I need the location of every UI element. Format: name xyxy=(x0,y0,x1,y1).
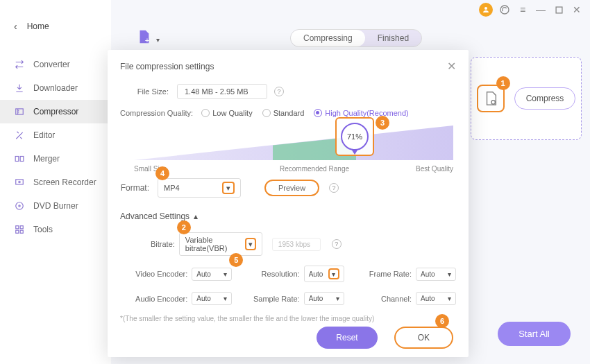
annotation-5: 5 xyxy=(229,253,243,267)
chevron-up-icon: ▴ xyxy=(194,211,198,221)
sidebar-item-label: Screen Recorder xyxy=(33,177,96,187)
sidebar-item-merger[interactable]: Merger xyxy=(0,147,111,171)
svg-text:+: + xyxy=(145,36,149,44)
chevron-down-icon: ▾ xyxy=(448,270,451,278)
svg-rect-5 xyxy=(20,157,24,162)
output-settings-icon[interactable]: 1 xyxy=(477,85,505,112)
svg-rect-3 xyxy=(16,109,24,114)
tools-icon xyxy=(14,224,25,235)
start-all-button[interactable]: Start All xyxy=(498,322,571,346)
sidebar-item-compressor[interactable]: Compressor xyxy=(0,100,111,123)
tab-finished[interactable]: Finished xyxy=(365,30,421,46)
radio-icon xyxy=(262,109,271,117)
compression-quality-label: Compression Quality: xyxy=(120,109,193,117)
close-icon[interactable]: ✕ xyxy=(571,3,583,16)
svg-rect-13 xyxy=(20,230,23,233)
format-label: Format: xyxy=(120,183,149,193)
sidebar-item-label: Tools xyxy=(33,225,53,234)
sidebar-item-label: Editor xyxy=(33,130,55,140)
sidebar-item-label: Merger xyxy=(33,154,60,164)
radio-label: High Quality(Recomend) xyxy=(325,109,408,117)
svg-point-1 xyxy=(500,6,509,14)
downloader-icon xyxy=(14,83,25,94)
compressor-icon xyxy=(14,106,25,117)
slider-percent: 71% xyxy=(347,132,362,141)
svg-rect-4 xyxy=(15,157,19,162)
info-icon[interactable]: ? xyxy=(274,87,284,96)
channel-select[interactable]: Auto▾ xyxy=(416,292,456,305)
chevron-down-icon: ▾ xyxy=(336,295,339,302)
chart-label-best: Best Quality xyxy=(416,165,453,173)
video-encoder-select[interactable]: Auto▾ xyxy=(192,268,232,281)
sample-rate-select[interactable]: Auto▾ xyxy=(304,292,344,305)
chevron-down-icon: ▾ xyxy=(448,295,451,302)
audio-encoder-select[interactable]: Auto▾ xyxy=(192,292,232,305)
annotation-1: 1 xyxy=(496,76,510,90)
maximize-icon[interactable] xyxy=(553,3,565,16)
info-icon[interactable]: ? xyxy=(332,239,342,249)
menu-icon[interactable]: ≡ xyxy=(516,3,529,16)
file-size-input[interactable]: 1.48 MB - 2.95 MB xyxy=(177,84,267,99)
sidebar-item-converter[interactable]: Converter xyxy=(0,53,111,76)
resolution-select[interactable]: Auto ▾ 5 xyxy=(304,266,344,282)
chart-label-recommended: Recommended Range xyxy=(280,165,349,173)
dvd-burner-icon xyxy=(14,200,25,211)
sidebar-item-label: Converter xyxy=(33,60,70,69)
sidebar: ‹ Home Converter Downloader Compressor E… xyxy=(0,0,111,364)
hint-text: *(The smaller the setting value, the sma… xyxy=(120,315,456,322)
sidebar-item-label: Downloader xyxy=(33,83,78,93)
sidebar-item-tools[interactable]: Tools xyxy=(0,218,111,241)
minimize-icon[interactable]: — xyxy=(534,3,547,16)
help-icon[interactable] xyxy=(498,3,511,16)
avatar[interactable] xyxy=(479,3,493,17)
radio-icon xyxy=(201,109,210,117)
advanced-settings-header[interactable]: Advanced Settings ▴ xyxy=(120,211,456,221)
screen-recorder-icon xyxy=(14,177,25,188)
annotation-2: 2 xyxy=(177,220,191,234)
sample-rate-label: Sample Rate: xyxy=(253,295,300,303)
chevron-down-icon: ▾ xyxy=(156,36,160,44)
bitrate-kbps: 1953 kbps xyxy=(272,238,321,251)
sidebar-item-screen-recorder[interactable]: Screen Recorder xyxy=(0,171,111,194)
sidebar-item-dvd-burner[interactable]: DVD Burner xyxy=(0,194,111,218)
radio-standard[interactable]: Standard xyxy=(262,109,305,117)
bitrate-value: Variable bitrate(VBR) xyxy=(185,236,245,252)
svg-point-7 xyxy=(19,181,20,182)
annotation-3: 3 xyxy=(376,116,389,130)
chevron-down-icon: ▾ xyxy=(224,295,227,302)
dialog-title: File compression settings xyxy=(120,62,214,71)
close-icon[interactable]: ✕ xyxy=(447,60,456,73)
format-value: MP4 xyxy=(164,184,180,192)
video-encoder-label: Video Encoder: xyxy=(135,270,187,278)
audio-encoder-label: Audio Encoder: xyxy=(135,295,187,303)
radio-high-quality[interactable]: High Quality(Recomend) xyxy=(314,109,408,117)
slider-thumb[interactable]: 71% xyxy=(335,117,374,156)
radio-low-quality[interactable]: Low Quality xyxy=(201,109,252,117)
compress-button[interactable]: Compress xyxy=(514,87,576,110)
bitrate-select[interactable]: Variable bitrate(VBR) ▾ 2 xyxy=(179,232,262,256)
sidebar-item-downloader[interactable]: Downloader xyxy=(0,76,111,100)
svg-point-0 xyxy=(484,7,487,10)
dialog-buttons: Reset OK 6 xyxy=(317,327,453,349)
window-titlebar: ≡ — ✕ xyxy=(472,0,590,19)
svg-rect-6 xyxy=(16,180,24,184)
home-label: Home xyxy=(27,21,49,31)
home-back[interactable]: ‹ Home xyxy=(0,17,111,36)
preview-button[interactable]: Preview xyxy=(264,180,319,196)
info-icon[interactable]: ? xyxy=(329,183,339,193)
channel-label: Channel: xyxy=(381,295,412,303)
advanced-settings-grid: Bitrate: Variable bitrate(VBR) ▾ 2 1953 … xyxy=(120,232,456,305)
quality-slider-chart[interactable]: 71% 3 Small Size Recommended Range Best … xyxy=(134,121,453,173)
svg-point-15 xyxy=(491,101,496,105)
chevron-down-icon: ▾ xyxy=(224,270,227,278)
frame-rate-select[interactable]: Auto▾ xyxy=(416,268,456,281)
tab-compressing[interactable]: Compressing xyxy=(291,30,365,46)
add-file-icon[interactable]: + ▾ xyxy=(136,29,151,48)
format-select[interactable]: MP4 ▾ 4 xyxy=(158,178,241,198)
segmented-tabs: Compressing Finished xyxy=(290,29,422,47)
file-compression-settings-dialog: File compression settings ✕ File Size: 1… xyxy=(108,50,469,357)
chart-axis-labels: Small Size Recommended Range Best Qualit… xyxy=(134,165,453,173)
sidebar-item-editor[interactable]: Editor xyxy=(0,123,111,147)
reset-button[interactable]: Reset xyxy=(317,327,377,349)
ok-button[interactable]: OK xyxy=(394,327,453,349)
